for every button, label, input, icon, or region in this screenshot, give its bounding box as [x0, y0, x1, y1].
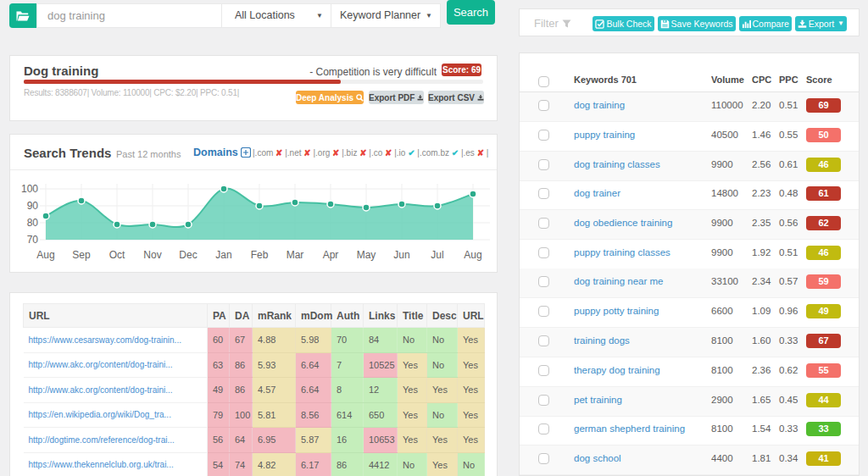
svg-text:May: May [357, 249, 376, 261]
svg-text:Nov: Nov [143, 249, 161, 261]
svg-text:Aug: Aug [464, 249, 481, 261]
svg-text:Jan: Jan [215, 249, 231, 261]
svg-text:70: 70 [27, 234, 39, 246]
svg-text:Oct: Oct [109, 249, 125, 261]
svg-text:90: 90 [27, 200, 39, 212]
svg-text:Aug: Aug [36, 249, 54, 261]
svg-text:Jul: Jul [431, 249, 443, 261]
svg-text:Jun: Jun [393, 249, 409, 261]
svg-text:Feb: Feb [251, 249, 269, 261]
svg-text:Mar: Mar [287, 249, 304, 261]
svg-text:Apr: Apr [323, 249, 339, 261]
svg-text:Sep: Sep [72, 249, 91, 261]
svg-text:80: 80 [27, 217, 39, 229]
svg-text:100: 100 [21, 183, 38, 195]
svg-text:Dec: Dec [179, 249, 197, 261]
